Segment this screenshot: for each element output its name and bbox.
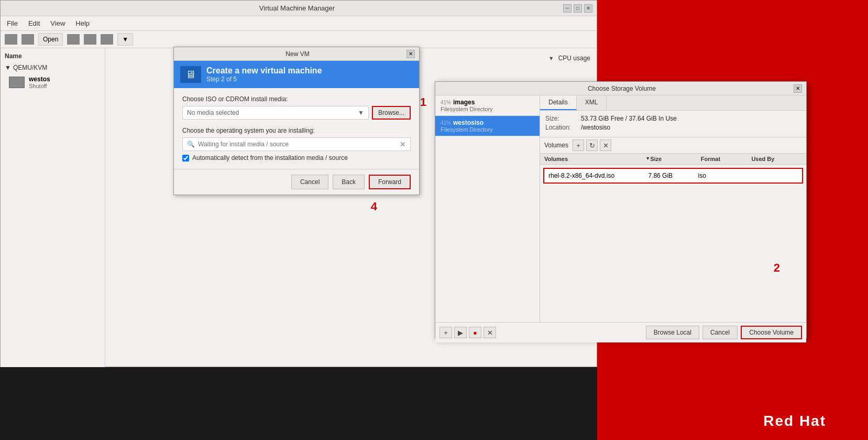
app-title-bar: Virtual Machine Manager ─ □ ✕ [1,1,597,16]
start-pool-btn[interactable]: ▶ [454,327,467,338]
os-search-row: 🔍 ✕ [182,137,411,151]
add-pool-btn[interactable]: + [440,327,452,338]
stop-pool-btn[interactable]: ● [469,327,481,338]
run-icon [67,34,80,45]
vol-table-header: Volumes ▼ Size Format Used By [540,154,806,165]
sidebar-group-qemu[interactable]: ▼ QEMU/KVM [1,62,105,73]
menu-edit[interactable]: Edit [26,18,42,28]
close-button[interactable]: ✕ [584,4,592,13]
minimize-button[interactable]: ─ [563,4,572,13]
sidebar-item-westos[interactable]: westos Shutoff [1,73,105,91]
detail-size-row: Size: 53.73 GiB Free / 37.64 GiB In Use [545,115,801,122]
redhat-logo: Red Hat [763,413,826,430]
vm-status: Shutoff [29,83,50,89]
dialog-header-text: Create a new virtual machine Step 2 of 5 [206,66,322,83]
location-value: /westosiso [581,124,610,131]
tab-xml[interactable]: XML [577,95,607,110]
footer-right-buttons: Browse Local Cancel Choose Volume [646,326,802,339]
menu-file[interactable]: File [5,18,20,28]
iso-label: Choose ISO or CDROM install media: [182,95,411,103]
dropdown-btn[interactable]: ▼ [117,33,133,46]
storage-right-panel: Details XML Size: 53.73 GiB Free / 37.64… [540,95,806,322]
media-select-row: No media selected ▼ Browse... [182,106,411,120]
new-vm-dialog-header: 🖥 Create a new virtual machine Step 2 of… [174,61,419,88]
cpu-usage-label: CPU usage [558,55,590,62]
storage-pool-westosiso[interactable]: 41% westosiso Filesystem Directory [435,116,540,136]
os-label: Choose the operating system you are inst… [182,127,411,134]
footer-left-buttons: + ▶ ● ✕ [440,327,496,338]
storage-dialog-title: Choose Storage Volume [450,85,794,92]
os-section: Choose the operating system you are inst… [182,127,411,162]
maximize-button[interactable]: □ [574,4,582,13]
stop-icon [101,34,113,45]
pool-usage-images: 41% [441,100,451,105]
storage-dialog-title-bar: Choose Storage Volume ✕ [435,82,806,95]
location-label: Location: [545,124,577,131]
pool-type-images: Filesystem Directory [441,106,534,112]
delete-pool-btn[interactable]: ✕ [484,327,496,338]
menubar: File Edit View Help [1,16,597,31]
storage-pool-list: 41% images Filesystem Directory 41% west… [435,95,540,322]
menu-view[interactable]: View [48,18,67,28]
search-icon: 🔍 [187,141,195,148]
new-vm-dialog-title-bar: New VM ✕ [174,47,419,61]
delete-volume-btn[interactable]: ✕ [600,139,611,151]
vol-name: rhel-8.2-x86_64-dvd.iso [548,172,648,179]
col-sort-icon: ▼ [645,156,650,162]
new-vm-dialog: New VM ✕ 🖥 Create a new virtual machine … [173,47,420,195]
volumes-label: Volumes [544,142,568,149]
sidebar-header: Name [1,50,105,62]
browse-local-button[interactable]: Browse Local [646,326,699,339]
new-vm-dialog-close[interactable]: ✕ [406,50,415,58]
vm-name: westos [29,76,50,83]
dropdown-arrow-icon: ▼ [358,109,364,116]
forward-button[interactable]: Forward [369,175,411,189]
open-button[interactable]: Open [38,33,63,46]
sidebar: Name ▼ QEMU/KVM westos Shutoff [1,48,105,367]
vm-icon [9,77,25,88]
back-button[interactable]: Back [333,175,365,189]
tab-details[interactable]: Details [540,95,577,110]
auto-detect-checkbox[interactable] [182,155,189,162]
new-vm-icon [5,34,17,45]
refresh-volume-btn[interactable]: ↻ [586,139,598,151]
chevron-down-icon: ▼ [5,64,11,71]
detail-location-row: Location: /westosiso [545,124,801,131]
vm-header-icon: 🖥 [180,66,201,83]
app-title: Virtual Machine Manager [31,4,563,12]
cancel-button[interactable]: Cancel [291,175,328,189]
annotation-3: 3 [820,317,826,330]
cpu-dropdown[interactable]: ▼ [548,55,554,61]
os-search-input[interactable] [198,141,397,148]
vol-size: 7.86 GiB [648,172,698,179]
new-vm-dialog-title: New VM [189,50,406,58]
vm-info: westos Shutoff [29,76,50,89]
browse-button[interactable]: Browse... [372,106,411,120]
table-row[interactable]: rhel-8.2-x86_64-dvd.iso 7.86 GiB iso [543,168,803,184]
pool-type-westosiso: Filesystem Directory [441,126,534,133]
choose-volume-button[interactable]: Choose Volume [741,326,802,339]
storage-dialog-close[interactable]: ✕ [794,84,802,93]
open-vm-icon [21,34,34,45]
storage-details: Size: 53.73 GiB Free / 37.64 GiB In Use … [540,111,806,137]
annotation-1: 1 [420,95,426,109]
col-size: Size [650,156,701,162]
storage-cancel-button[interactable]: Cancel [702,326,738,339]
os-clear-icon[interactable]: ✕ [400,140,406,148]
media-dropdown[interactable]: No media selected ▼ [182,106,369,120]
pool-name-images: images [453,99,475,106]
menu-help[interactable]: Help [73,18,92,28]
pool-name-westosiso: westosiso [453,119,484,126]
storage-dialog-body: 41% images Filesystem Directory 41% west… [435,95,806,322]
vol-usedby [748,172,798,179]
new-vm-dialog-footer: Cancel Back Forward [174,169,419,195]
col-usedby: Used By [751,156,802,162]
add-volume-btn[interactable]: + [573,139,584,151]
volumes-table: Volumes ▼ Size Format Used By rhel-8.2-x… [540,154,806,322]
new-vm-dialog-body: Choose ISO or CDROM install media: No me… [174,88,419,169]
pause-icon [84,34,96,45]
storage-pool-images[interactable]: 41% images Filesystem Directory [435,95,540,116]
pool-usage-westosiso: 41% [441,120,451,126]
auto-detect-label: Automatically detect from the installati… [192,154,348,162]
size-value: 53.73 GiB Free / 37.64 GiB In Use [581,115,677,122]
